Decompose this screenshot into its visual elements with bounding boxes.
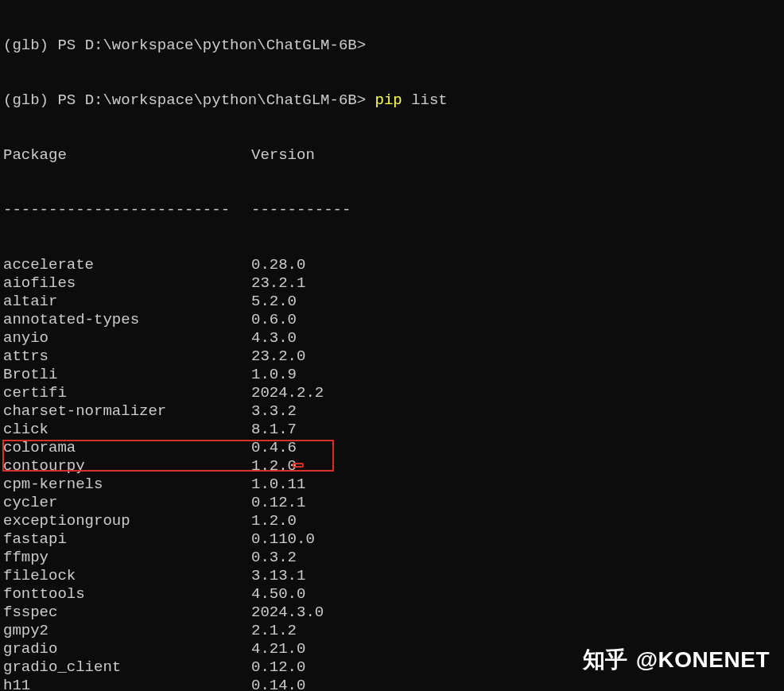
command-arg: list (411, 91, 448, 109)
package-name: fonttools (3, 585, 251, 604)
package-version: 0.110.0 (251, 530, 315, 549)
table-row: Brotli1.0.9 (3, 366, 781, 384)
venv-indicator: (glb) (3, 91, 49, 109)
package-version: 23.2.1 (251, 274, 305, 293)
table-row: attrs23.2.0 (3, 347, 781, 366)
package-name: gradio_client (3, 658, 251, 677)
package-version: 2.1.2 (251, 622, 297, 640)
package-name: accelerate (3, 256, 251, 274)
package-name: attrs (3, 347, 251, 366)
package-version: 1.2.0 (251, 457, 297, 476)
table-row: cpm-kernels1.0.11 (3, 476, 781, 494)
table-row: click8.1.7 (3, 421, 781, 439)
table-row: fonttools4.50.0 (3, 585, 781, 604)
package-version: 5.2.0 (251, 293, 297, 311)
annotation-underline-mark (293, 463, 304, 468)
package-name: fastapi (3, 530, 251, 549)
package-name: certifi (3, 384, 251, 402)
package-version: 0.3.2 (251, 549, 297, 567)
prompt-line-current: (glb) PS D:\workspace\python\ChatGLM-6B>… (3, 91, 781, 110)
table-header: PackageVersion (3, 146, 781, 165)
package-name: gradio (3, 640, 251, 658)
package-name: h11 (3, 677, 251, 691)
table-row: aiofiles23.2.1 (3, 274, 781, 293)
package-version: 4.50.0 (251, 585, 305, 604)
cwd-path: D:\workspace\python\ChatGLM-6B> (85, 91, 366, 109)
package-name: anyio (3, 329, 251, 347)
command-name: pip (375, 91, 402, 109)
package-version: 8.1.7 (251, 421, 297, 439)
package-name: click (3, 421, 251, 439)
package-name: cpm-kernels (3, 476, 251, 494)
package-name: exceptiongroup (3, 512, 251, 530)
package-name: ffmpy (3, 549, 251, 567)
package-version: 1.0.11 (251, 476, 305, 494)
package-version: 2024.2.2 (251, 384, 324, 402)
table-row: ffmpy0.3.2 (3, 549, 781, 567)
table-row: anyio4.3.0 (3, 329, 781, 347)
package-name: filelock (3, 567, 251, 585)
package-version: 0.12.1 (251, 494, 305, 512)
table-row: fsspec2024.3.0 (3, 604, 781, 622)
package-name: charset-normalizer (3, 402, 251, 421)
watermark-handle: @KONENET (636, 650, 770, 669)
divider-package: ------------------------- (3, 201, 251, 219)
package-version: 4.21.0 (251, 640, 305, 658)
table-row: charset-normalizer3.3.2 (3, 402, 781, 421)
package-name: altair (3, 293, 251, 311)
table-row: annotated-types0.6.0 (3, 311, 781, 329)
package-version: 2024.3.0 (251, 604, 324, 622)
package-version: 0.12.0 (251, 658, 305, 677)
package-name: colorama (3, 439, 251, 457)
table-row: contourpy1.2.0 (3, 457, 781, 476)
package-version: 0.6.0 (251, 311, 297, 329)
watermark: 知乎 @KONENET (583, 650, 770, 669)
package-version: 1.0.9 (251, 366, 297, 384)
prompt-line-prev: (glb) PS D:\workspace\python\ChatGLM-6B> (3, 37, 781, 55)
table-row: fastapi0.110.0 (3, 530, 781, 549)
package-version: 3.13.1 (251, 567, 305, 585)
header-version: Version (251, 146, 315, 165)
package-list: accelerate0.28.0aiofiles23.2.1altair5.2.… (3, 256, 781, 691)
table-row: altair5.2.0 (3, 293, 781, 311)
shell-indicator: PS (57, 91, 76, 109)
table-row: filelock3.13.1 (3, 567, 781, 585)
package-name: cycler (3, 494, 251, 512)
table-row: gmpy22.1.2 (3, 622, 781, 640)
package-version: 1.2.0 (251, 512, 297, 530)
package-name: annotated-types (3, 311, 251, 329)
package-name: Brotli (3, 366, 251, 384)
table-row: cycler0.12.1 (3, 494, 781, 512)
venv-indicator: (glb) (3, 37, 49, 54)
table-divider: ------------------------------------ (3, 201, 781, 219)
package-name: gmpy2 (3, 622, 251, 640)
divider-version: ----------- (251, 201, 351, 219)
table-row: certifi2024.2.2 (3, 384, 781, 402)
package-name: fsspec (3, 604, 251, 622)
package-version: 0.14.0 (251, 677, 305, 691)
table-row: colorama0.4.6 (3, 439, 781, 457)
package-name: contourpy (3, 457, 251, 476)
table-row: h110.14.0 (3, 677, 781, 691)
terminal-output[interactable]: (glb) PS D:\workspace\python\ChatGLM-6B>… (0, 0, 784, 691)
zhihu-logo: 知乎 (583, 650, 628, 669)
table-row: exceptiongroup1.2.0 (3, 512, 781, 530)
shell-indicator: PS (57, 37, 76, 54)
package-name: aiofiles (3, 274, 251, 293)
package-version: 3.3.2 (251, 402, 297, 421)
cwd-path: D:\workspace\python\ChatGLM-6B> (85, 37, 366, 54)
table-row: accelerate0.28.0 (3, 256, 781, 274)
package-version: 0.4.6 (251, 439, 297, 457)
package-version: 23.2.0 (251, 347, 305, 366)
package-version: 0.28.0 (251, 256, 305, 274)
header-package: Package (3, 146, 251, 165)
package-version: 4.3.0 (251, 329, 297, 347)
